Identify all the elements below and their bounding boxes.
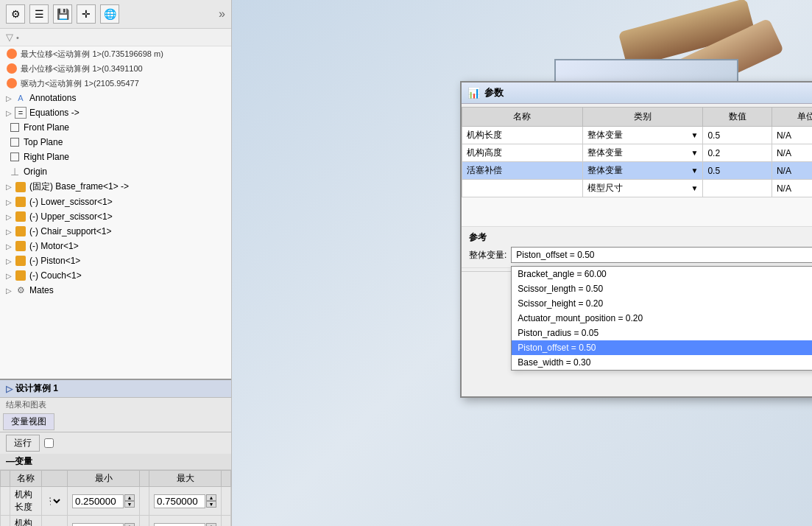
dropdown-item-2[interactable]: Scissor_height = 0.20	[512, 296, 812, 311]
tree-item-origin[interactable]: ⊥ Origin	[0, 164, 231, 179]
param-row-1: 机构长度 整体变量 ▼ 0.5 N/A *	[462, 127, 813, 144]
tree-item-mates[interactable]: ▷ ⚙ Mates	[0, 283, 231, 298]
tree-label-lower-scissor: (-) Lower_scissor<1>	[29, 197, 113, 207]
dp-tab-var[interactable]: 变量视图	[3, 413, 54, 430]
tree-item-annotations[interactable]: ▷ A Annotations	[0, 91, 231, 105]
dialog-titlebar: 📊 参数 ✕	[462, 83, 812, 104]
var-min-down1[interactable]: ▼	[124, 501, 135, 508]
var-type-select1[interactable]: 范围	[46, 495, 63, 507]
type-dropdown-arrow-3[interactable]: ▼	[691, 166, 699, 175]
ref-dropdown-value: Piston_offset = 0.50	[516, 250, 812, 260]
tree-item-chair-support[interactable]: ▷ (-) Chair_support<1>	[0, 224, 231, 239]
var-cell-space3	[140, 516, 149, 527]
var-min-spin2: ▲ ▼	[124, 523, 135, 526]
param-name-2: 机构高度	[462, 144, 583, 162]
type-dropdown-arrow-1[interactable]: ▼	[691, 131, 699, 139]
run-checkbox[interactable]	[44, 438, 54, 448]
expand-icon13: ▷	[6, 272, 12, 280]
run-button[interactable]: 运行	[6, 435, 40, 452]
var-cell-type2[interactable]: 范围	[42, 516, 68, 527]
param-type-text-4: 模型尺寸	[587, 182, 623, 194]
var-max-input1[interactable]	[154, 494, 205, 508]
tree-item-base-frame[interactable]: ▷ (固定) Base_frame<1> ->	[0, 179, 231, 194]
design-icon: ▷	[6, 384, 13, 394]
expand-icon11: ▷	[6, 242, 12, 250]
col-unit: 单位	[772, 108, 812, 127]
tree-item-piston[interactable]: ▷ (-) Piston<1>	[0, 253, 231, 268]
plane-icon3	[9, 151, 21, 163]
expand-icon10: ▷	[6, 228, 12, 236]
tree-label-annotations: Annotations	[29, 93, 76, 103]
tree-item-max-disp[interactable]: 最大位移<运动算例 1>(0.735196698 m)	[0, 46, 231, 61]
var-row-2: 机构高度 范围 ▲ ▼	[1, 516, 231, 527]
param-unit-3: N/A	[772, 162, 812, 180]
expand-icon7: ▷	[6, 183, 12, 191]
toolbar-expand[interactable]: »	[219, 7, 225, 21]
var-min-input2[interactable]	[72, 523, 124, 527]
var-cell-empty2	[1, 516, 10, 527]
plane-icon2	[9, 136, 21, 148]
tree-item-top-plane[interactable]: Top Plane	[0, 135, 231, 150]
mates-icon: ⚙	[15, 284, 27, 296]
toolbar-btn-add[interactable]: ✛	[77, 4, 96, 24]
var-cell-min2: ▲ ▼	[68, 516, 140, 527]
var-max-up1[interactable]: ▲	[206, 494, 216, 501]
var-min-up1[interactable]: ▲	[124, 494, 135, 501]
tree-item-upper-scissor[interactable]: ▷ (-) Upper_scissor<1>	[0, 209, 231, 224]
tree-item-lower-scissor[interactable]: ▷ (-) Lower_scissor<1>	[0, 194, 231, 209]
tree-label-equations: Equations ->	[29, 108, 80, 118]
var-col-min-spin	[140, 471, 149, 487]
param-unit-2: N/A	[772, 144, 812, 162]
type-dropdown-arrow-4[interactable]: ▼	[691, 184, 699, 192]
tree-label-min-disp: 最小位移<运动算例 1>(0.3491100	[21, 63, 143, 74]
toolbar-btn-save[interactable]: 💾	[53, 4, 72, 24]
tree-label-right-plane: Right Plane	[24, 152, 69, 162]
tree-item-front-plane[interactable]: Front Plane	[0, 120, 231, 135]
param-row-2: 机构高度 整体变量 ▼ 0.2 N/A *	[462, 144, 813, 162]
dialog-title: 参数	[484, 86, 812, 99]
dropdown-list: Bracket_angle = 60.00 Scissor_length = 0…	[511, 266, 812, 371]
type-dropdown-arrow-2[interactable]: ▼	[691, 149, 699, 157]
empty-area	[462, 197, 812, 227]
main-area: 📊 参数 ✕ 名称 类别 数值 单位 备注 链接	[232, 0, 812, 526]
col-name: 名称	[462, 108, 583, 127]
tree-item-right-plane[interactable]: Right Plane	[0, 150, 231, 164]
tree-item-motor[interactable]: ▷ (-) Motor<1>	[0, 239, 231, 253]
toolbar-btn-list[interactable]: ☰	[29, 4, 49, 24]
tree-label-mates: Mates	[29, 285, 54, 295]
toolbar-btn-globe[interactable]: 🌐	[100, 4, 119, 24]
dropdown-item-1[interactable]: Scissor_length = 0.50	[512, 281, 812, 296]
dropdown-item-5[interactable]: Piston_offset = 0.50	[512, 340, 812, 355]
part-icon4	[15, 225, 27, 237]
param-value-4	[703, 180, 772, 197]
tree-item-min-disp[interactable]: 最小位移<运动算例 1>(0.3491100	[0, 61, 231, 76]
var-min-up2[interactable]: ▲	[124, 523, 135, 526]
toolbar-btn-gear[interactable]: ⚙	[6, 4, 25, 24]
var-max-up2[interactable]: ▲	[206, 523, 216, 526]
tree-item-equations[interactable]: ▷ = Equations ->	[0, 105, 231, 120]
tree-item-couch[interactable]: ▷ (-) Couch<1>	[0, 268, 231, 283]
expand-icon2: ▷	[6, 109, 12, 117]
dropdown-item-3[interactable]: Actuator_mount_position = 0.20	[512, 311, 812, 326]
dropdown-item-4[interactable]: Piston_radius = 0.05	[512, 326, 812, 340]
origin-icon: ⊥	[9, 166, 21, 178]
var-max-down1[interactable]: ▼	[206, 501, 216, 508]
var-cell-type1[interactable]: 范围	[42, 487, 68, 516]
ref-left: 整体变量: Piston_offset = 0.50 ▼ Bracket_ang…	[469, 247, 812, 263]
var-min-input1[interactable]	[72, 494, 124, 508]
ref-dropdown-trigger[interactable]: Piston_offset = 0.50 ▼	[511, 247, 812, 263]
var-max-input2[interactable]	[154, 523, 205, 527]
param-type-text-2: 整体变量	[587, 147, 623, 159]
param-type-text-1: 整体变量	[587, 129, 623, 141]
expand-icon12: ▷	[6, 257, 12, 265]
tree-label-drive: 驱动力<运动算例 1>(2105.95477	[21, 78, 139, 89]
tree-item-drive[interactable]: 驱动力<运动算例 1>(2105.95477	[0, 76, 231, 91]
var-cell-space4	[222, 516, 231, 527]
dropdown-item-0[interactable]: Bracket_angle = 60.00	[512, 267, 812, 281]
var-section-header: —变量	[0, 454, 231, 470]
dropdown-item-6[interactable]: Base_width = 0.30	[512, 355, 812, 370]
tree-label-front-plane: Front Plane	[24, 122, 69, 133]
param-table-wrapper: 名称 类别 数值 单位 备注 链接 机构长度 整体变量	[462, 104, 812, 197]
filter-bar: ▽ •	[0, 29, 231, 46]
motion-icon	[6, 48, 18, 60]
